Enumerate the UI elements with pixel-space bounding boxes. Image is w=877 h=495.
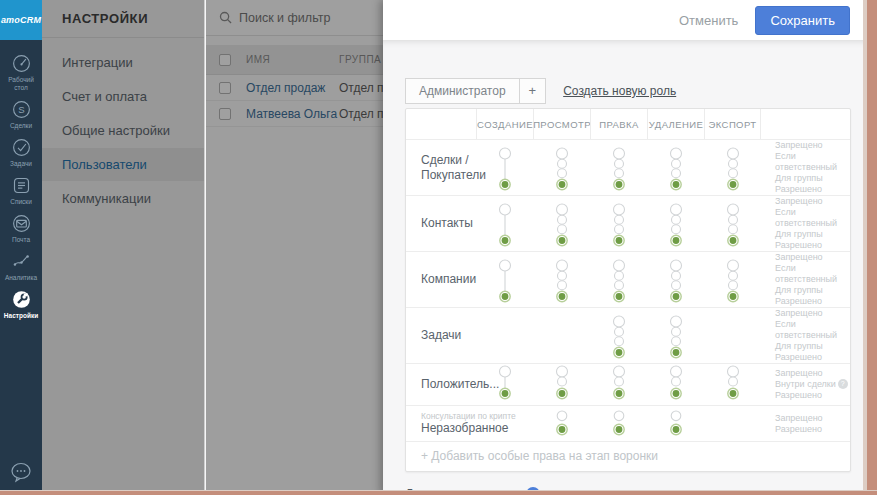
user-row: Отдел продаж Отдел п (206, 75, 383, 101)
create-role-link[interactable]: Создать новую роль (563, 84, 676, 98)
sidebar-item-label: Списки (10, 198, 32, 206)
permission-column-header: ПРАВКА (590, 109, 647, 139)
permission-slider[interactable] (668, 410, 684, 437)
permission-slider-cell (590, 203, 647, 251)
permission-slider[interactable] (610, 203, 628, 247)
permission-slider[interactable] (553, 203, 571, 247)
permission-slider-cell (476, 437, 533, 441)
permission-slider[interactable] (724, 259, 742, 303)
sidebar-nav: Рабочий столS Сделки Задачи Списки Почта… (0, 40, 42, 327)
sidebar-item-mail[interactable]: Почта (0, 213, 42, 244)
search-bar[interactable] (206, 0, 383, 36)
permission-caption: Запрещено (775, 368, 850, 379)
permission-slider[interactable] (667, 315, 685, 359)
permission-caption: Для группы (775, 341, 850, 352)
permission-slider-cell (533, 365, 590, 405)
permission-slider-cell (590, 365, 647, 405)
permission-slider[interactable] (667, 203, 685, 247)
settings-menu-item[interactable]: Общие настройки (42, 114, 204, 147)
search-input[interactable] (239, 11, 369, 25)
cancel-button[interactable]: Отменить (679, 13, 738, 28)
permission-slider-cell (704, 359, 761, 363)
help-icon[interactable]: ? (838, 379, 848, 389)
permission-slider[interactable] (610, 315, 628, 359)
analytics-icon (11, 251, 32, 272)
add-stage-rights-link[interactable]: + Добавить особые права на этап воронки (406, 441, 850, 471)
permission-slider-cell (647, 315, 704, 363)
permission-slider[interactable] (553, 365, 571, 401)
permission-row: Консультации по криптеНеразобранноеЗапре… (406, 405, 850, 441)
sidebar-item-dashboard[interactable]: Рабочий стол (0, 53, 42, 92)
mail-icon (11, 213, 32, 234)
permission-slider[interactable] (496, 147, 514, 191)
tasks-icon (11, 137, 32, 158)
role-tab-administrator[interactable]: Администратор (405, 78, 520, 104)
permission-caption: Разрешено (775, 424, 850, 435)
sidebar-item-tasks[interactable]: Задачи (0, 137, 42, 168)
settings-menu-items: ИнтеграцииСчет и оплатаОбщие настройкиПо… (42, 38, 204, 215)
permission-caption: Разрешено (775, 240, 850, 251)
permission-slider-cell (590, 259, 647, 307)
permission-slider[interactable] (667, 259, 685, 303)
permission-slider-cell (704, 259, 761, 307)
permission-slider[interactable] (667, 147, 685, 191)
svg-text:S: S (18, 104, 24, 115)
permission-row: Положитель...ЗапрещеноВнутри сделки?Разр… (406, 363, 850, 405)
chat-icon[interactable] (0, 461, 42, 483)
column-header-name: ИМЯ (246, 54, 339, 65)
user-row: Матвеева Ольга Отдел п (206, 101, 383, 127)
permission-slider[interactable] (611, 410, 627, 437)
sidebar-item-label: Сделки (10, 122, 32, 130)
permission-slider[interactable] (610, 147, 628, 191)
settings-menu-item[interactable]: Коммуникации (42, 182, 204, 215)
permission-slider[interactable] (610, 365, 628, 401)
amocrm-logo[interactable]: amoCRM (0, 0, 42, 40)
permission-slider[interactable] (724, 203, 742, 247)
permission-slider-cell (476, 259, 533, 307)
sidebar-item-settings[interactable]: Настройки (0, 289, 42, 320)
horizontal-scrollbar[interactable] (0, 490, 877, 495)
users-list-panel: ИМЯ ГРУППА Отдел продаж Отдел п Матвеева… (206, 0, 383, 495)
vertical-scrollbar[interactable] (863, 0, 877, 495)
add-role-button[interactable]: + (520, 78, 547, 104)
permission-slider[interactable] (610, 259, 628, 303)
settings-menu-item[interactable]: Интеграции (42, 46, 204, 79)
select-all-checkbox[interactable] (219, 54, 231, 66)
permission-column-header: СОЗДАНИЕ (476, 109, 533, 139)
settings-menu-item[interactable]: Счет и оплата (42, 80, 204, 113)
permissions-header-spacer (406, 109, 476, 139)
permission-slider[interactable] (553, 259, 571, 303)
row-checkbox[interactable] (219, 82, 231, 94)
permission-caption: Если ответственный (775, 319, 850, 341)
sidebar-item-analytics[interactable]: Аналитика (0, 251, 42, 282)
permission-row: ЗадачиЗапрещеноЕсли ответственныйДля гру… (406, 307, 850, 363)
user-name-link[interactable]: Отдел продаж (246, 81, 339, 95)
permission-captions: ЗапрещеноВнутри сделки?Разрешено (761, 368, 850, 401)
row-checkbox[interactable] (219, 108, 231, 120)
sidebar-item-deals[interactable]: S Сделки (0, 99, 42, 130)
permission-slider[interactable] (554, 410, 570, 437)
permissions-header-rest (761, 109, 850, 139)
permission-slider[interactable] (496, 259, 514, 303)
user-name-link[interactable]: Матвеева Ольга (246, 107, 339, 121)
save-button[interactable]: Сохранить (755, 6, 850, 35)
permission-row-note: Консультации по крипте (421, 411, 476, 421)
permission-caption: Разрешено (775, 296, 850, 307)
permission-slider[interactable] (496, 203, 514, 247)
permission-slider-cell (476, 203, 533, 251)
permission-captions: ЗапрещеноЕсли ответственныйДля группыРаз… (761, 252, 850, 307)
permission-caption: Запрещено (775, 413, 850, 424)
permission-slider-cell (647, 203, 704, 251)
sidebar-item-label: Аналитика (5, 274, 37, 282)
permission-slider[interactable] (724, 147, 742, 191)
permission-slider[interactable] (724, 365, 742, 401)
permission-slider[interactable] (496, 365, 514, 401)
settings-title: НАСТРОЙКИ (42, 0, 204, 38)
deals-icon: S (11, 99, 32, 120)
permission-slider[interactable] (667, 365, 685, 401)
permission-row-label: Сделки / Покупатели (406, 149, 476, 187)
permission-slider[interactable] (553, 147, 571, 191)
settings-menu-item[interactable]: Пользователи (42, 148, 204, 181)
sidebar-item-lists[interactable]: Списки (0, 175, 42, 206)
settings-icon (11, 289, 32, 310)
